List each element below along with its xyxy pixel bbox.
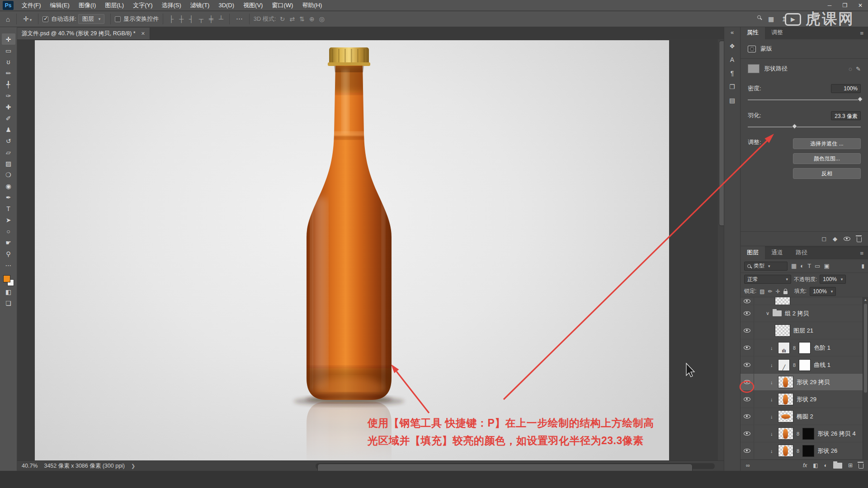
layer-filter-search[interactable]: 类型 ▾ bbox=[744, 262, 788, 271]
brush-tool[interactable]: ✐ bbox=[2, 113, 15, 124]
filter-adjustment-layers-icon[interactable]: ◐ bbox=[800, 263, 804, 269]
new-adjustment-layer-button[interactable]: ◐ bbox=[824, 462, 827, 469]
fill-dropdown[interactable]: 100%▾ bbox=[810, 287, 836, 296]
tab-adjustments[interactable]: 调整 bbox=[765, 26, 789, 39]
character-panel-icon[interactable]: A bbox=[726, 53, 739, 66]
edit-toolbar-button[interactable]: ⋯ bbox=[2, 259, 15, 271]
menu-edit[interactable]: 编辑(E) bbox=[46, 0, 74, 11]
layer-visibility-toggle[interactable] bbox=[741, 374, 754, 390]
document-tab[interactable]: 源文件.psd @ 40.7% (形状 29 拷贝, RGB/8) * ✕ bbox=[17, 28, 150, 39]
canvas-area[interactable]: 使用【钢笔工具 快捷键：P】在上一步绘制的结构上方绘制高 光区域并【填充】较亮的… bbox=[17, 39, 724, 460]
search-icon[interactable] bbox=[757, 15, 761, 19]
delete-layer-button[interactable] bbox=[859, 464, 863, 469]
lasso-tool[interactable]: ʊ bbox=[2, 56, 15, 67]
brush-settings-panel-icon[interactable]: ❖ bbox=[726, 40, 739, 52]
layer-row[interactable]: ∨组 2 拷贝 bbox=[741, 305, 868, 322]
canvas-vertical-scrollbar[interactable] bbox=[718, 39, 724, 460]
density-slider-thumb[interactable] bbox=[857, 96, 863, 102]
clone-source-panel-icon[interactable]: ❐ bbox=[726, 80, 739, 93]
quick-selection-tool[interactable]: ✏ bbox=[2, 67, 15, 79]
blend-mode-dropdown[interactable]: 正常▾ bbox=[744, 275, 791, 284]
feather-value[interactable]: 23.3 像素 bbox=[831, 111, 861, 120]
gradient-tool[interactable]: ▨ bbox=[2, 158, 15, 169]
density-value[interactable]: 100% bbox=[831, 84, 861, 93]
menu-window[interactable]: 窗口(W) bbox=[267, 0, 297, 11]
restore-button[interactable]: ❐ bbox=[837, 0, 853, 11]
layer-visibility-toggle[interactable] bbox=[741, 391, 754, 408]
apply-mask-icon[interactable]: ◆ bbox=[833, 235, 837, 242]
move-tool[interactable]: ✛ bbox=[2, 33, 15, 45]
menu-view[interactable]: 视图(V) bbox=[239, 0, 267, 11]
align-bottom-edges-button[interactable]: ┴ bbox=[217, 15, 225, 23]
layer-visibility-toggle[interactable] bbox=[741, 408, 754, 425]
layer-row[interactable]: 图层 21 bbox=[741, 322, 868, 339]
shape-layer-thumbnail[interactable] bbox=[778, 393, 793, 405]
layer-mask-thumbnail[interactable] bbox=[799, 342, 811, 354]
tab-channels[interactable]: 通道 bbox=[765, 246, 789, 259]
blur-tool[interactable]: ❍ bbox=[2, 169, 15, 180]
filter-toggle-switch[interactable]: ▮ bbox=[861, 263, 864, 269]
filter-shape-layers-icon[interactable]: ▭ bbox=[815, 263, 820, 269]
add-vector-mask-icon[interactable]: ✎ bbox=[856, 66, 861, 72]
libraries-panel-icon[interactable]: ▤ bbox=[726, 94, 739, 107]
layer-visibility-toggle[interactable] bbox=[741, 322, 754, 339]
layer-visibility-toggle[interactable] bbox=[741, 297, 754, 305]
share-icon[interactable]: ↥ bbox=[781, 15, 787, 23]
layer-row[interactable]: ↓ılı8色阶 1 bbox=[741, 339, 868, 357]
align-left-edges-button[interactable]: ├ bbox=[167, 15, 175, 23]
shape-layer-thumbnail[interactable] bbox=[778, 445, 793, 457]
quick-mask-button[interactable]: ◧ bbox=[2, 286, 15, 297]
roll-3d-button[interactable]: ⇄ bbox=[289, 15, 295, 23]
invert-button[interactable]: 反相 bbox=[793, 168, 861, 179]
add-layer-mask-button[interactable]: ◧ bbox=[813, 462, 818, 469]
status-chevron-icon[interactable]: ❯ bbox=[131, 463, 135, 469]
layer-thumbnail[interactable] bbox=[775, 324, 790, 337]
curves-adjustment-thumbnail[interactable]: ╱ bbox=[778, 359, 790, 371]
mask-visibility-icon[interactable] bbox=[844, 237, 850, 241]
menu-help[interactable]: 帮助(H) bbox=[297, 0, 326, 11]
menu-select[interactable]: 选择(S) bbox=[157, 0, 185, 11]
panel-menu-icon[interactable]: ≡ bbox=[855, 30, 868, 39]
layer-row[interactable]: ↓形状 29 bbox=[741, 391, 868, 408]
menu-filter[interactable]: 滤镜(T) bbox=[186, 0, 214, 11]
layer-mask-thumbnail[interactable] bbox=[802, 428, 814, 440]
layer-visibility-toggle[interactable] bbox=[741, 442, 754, 459]
foreground-color-swatch[interactable] bbox=[3, 275, 10, 282]
align-top-edges-button[interactable]: ┬ bbox=[197, 15, 205, 23]
layer-visibility-toggle[interactable] bbox=[741, 339, 754, 356]
align-right-edges-button[interactable]: ┤ bbox=[187, 15, 195, 23]
layer-row[interactable]: ↓╱8曲线 1 bbox=[741, 357, 868, 374]
layer-thumbnail[interactable] bbox=[775, 297, 790, 305]
drag-3d-button[interactable]: ⇅ bbox=[299, 15, 305, 23]
close-button[interactable]: ✕ bbox=[853, 0, 868, 11]
select-and-mask-button[interactable]: 选择并遮住 ... bbox=[793, 138, 861, 149]
hand-tool[interactable]: ☛ bbox=[2, 237, 15, 248]
zoom-level[interactable]: 40.7% bbox=[22, 463, 38, 469]
menu-file[interactable]: 文件(F) bbox=[17, 0, 46, 11]
layer-mask-thumbnail[interactable] bbox=[802, 445, 814, 457]
color-range-button[interactable]: 颜色范围... bbox=[793, 153, 861, 164]
filter-type-layers-icon[interactable]: T bbox=[807, 263, 811, 269]
tab-close-icon[interactable]: ✕ bbox=[141, 31, 145, 37]
collapse-panels-icon[interactable]: « bbox=[731, 29, 734, 39]
shape-layer-thumbnail[interactable] bbox=[778, 427, 793, 440]
layer-mask-thumbnail[interactable] bbox=[799, 359, 811, 371]
panel-menu-icon[interactable]: ≡ bbox=[855, 250, 868, 259]
minimize-button[interactable]: ─ bbox=[822, 0, 837, 11]
layer-effects-button[interactable]: fx bbox=[803, 462, 807, 469]
spot-healing-tool[interactable]: ✚ bbox=[2, 101, 15, 113]
home-icon[interactable]: ⌂ bbox=[4, 15, 12, 23]
load-selection-icon[interactable]: ◻ bbox=[821, 235, 826, 242]
lock-pixels-icon[interactable]: ✏ bbox=[768, 288, 773, 295]
show-transform-checkbox[interactable] bbox=[115, 16, 121, 22]
layer-visibility-toggle[interactable] bbox=[741, 425, 754, 442]
tab-properties[interactable]: 属性 bbox=[741, 26, 765, 39]
workspace-icon[interactable]: ▦ bbox=[768, 15, 774, 23]
paragraph-panel-icon[interactable]: ¶ bbox=[726, 67, 739, 80]
slide-3d-button[interactable]: ⊕ bbox=[309, 15, 315, 23]
menu-layer[interactable]: 图层(L) bbox=[100, 0, 128, 11]
color-swatches[interactable] bbox=[3, 275, 14, 286]
density-slider[interactable] bbox=[748, 99, 861, 100]
document-canvas[interactable]: 使用【钢笔工具 快捷键：P】在上一步绘制的结构上方绘制高 光区域并【填充】较亮的… bbox=[35, 40, 669, 460]
link-layers-button[interactable]: ∞ bbox=[746, 462, 750, 469]
